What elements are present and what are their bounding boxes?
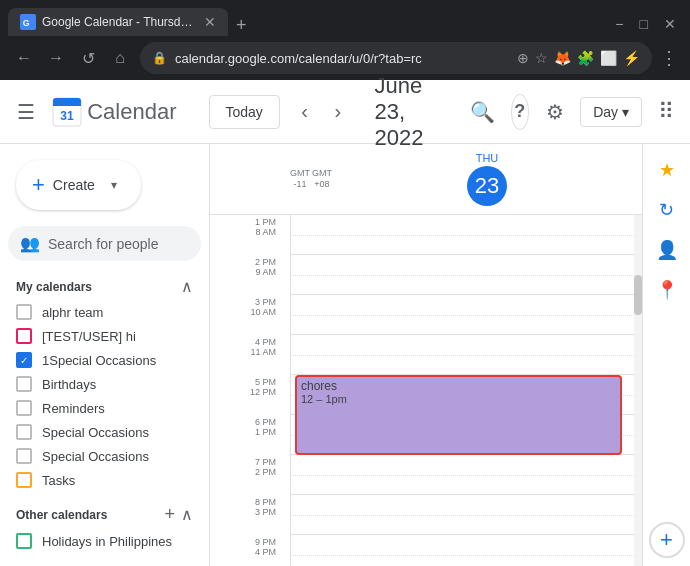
time-slot: 6 PM 1 PM bbox=[210, 415, 290, 455]
calendar-label: alphr team bbox=[42, 305, 103, 320]
my-calendars-toggle[interactable]: ∧ bbox=[181, 277, 193, 296]
calendar-checkbox[interactable]: ✓ bbox=[16, 352, 32, 368]
hour-line bbox=[291, 495, 634, 535]
window-close-button[interactable]: ✕ bbox=[658, 16, 682, 32]
calendar-item[interactable]: Special Occasions bbox=[0, 444, 209, 468]
calendar-item[interactable]: Reminders bbox=[0, 396, 209, 420]
tasks-icon[interactable]: ↻ bbox=[649, 192, 685, 228]
logo: 31 Calendar bbox=[51, 96, 176, 128]
time-slot: 3 PM 10 AM bbox=[210, 295, 290, 335]
event-time: 12 – 1pm bbox=[301, 393, 616, 405]
scrollbar-track[interactable] bbox=[634, 215, 642, 566]
browser-chrome: G Google Calendar - Thursday, Jun... ✕ +… bbox=[0, 0, 690, 80]
today-button[interactable]: Today bbox=[209, 95, 280, 129]
hour-line bbox=[291, 215, 634, 255]
other-calendars-header: Other calendars + ∧ bbox=[0, 492, 209, 529]
gmt-label-1: GMT-11 bbox=[290, 168, 310, 190]
day-column-header: THU 23 bbox=[332, 152, 642, 206]
other-calendar-item[interactable]: Holidays in Philippines bbox=[0, 529, 209, 553]
reload-button[interactable]: ↺ bbox=[76, 46, 100, 70]
calendar-label: Reminders bbox=[42, 401, 105, 416]
calendar-label: [TEST/USER] hi bbox=[42, 329, 136, 344]
maps-icon[interactable]: 📍 bbox=[649, 272, 685, 308]
my-calendars-title: My calendars bbox=[16, 280, 92, 294]
browser-menu-button[interactable]: ⋮ bbox=[660, 47, 678, 69]
home-button[interactable]: ⌂ bbox=[108, 46, 132, 70]
forward-button[interactable]: → bbox=[44, 46, 68, 70]
add-panel-button[interactable]: + bbox=[649, 522, 685, 558]
time-slot: 2 PM 9 AM bbox=[210, 255, 290, 295]
scrollbar-thumb[interactable] bbox=[634, 275, 642, 315]
extension-icon2[interactable]: 🧩 bbox=[577, 50, 594, 66]
calendar-checkbox[interactable] bbox=[16, 376, 32, 392]
sidebar: + Create ▾ 👥 Search for people My calend… bbox=[0, 144, 210, 566]
create-label: Create bbox=[53, 177, 95, 193]
bookmark-icon[interactable]: ☆ bbox=[535, 50, 548, 66]
settings-button[interactable]: ⚙ bbox=[545, 92, 564, 132]
calendar-item[interactable]: Special Occasions bbox=[0, 420, 209, 444]
extension-icon4[interactable]: ⚡ bbox=[623, 50, 640, 66]
apps-grid-button[interactable]: ⠿ bbox=[658, 99, 674, 125]
calendar-item[interactable]: ✓1Special Occasions bbox=[0, 348, 209, 372]
day-col: THU 23 bbox=[332, 152, 642, 206]
sidebar-footer: Terms – Privacy bbox=[0, 553, 209, 566]
search-button[interactable]: 🔍 bbox=[470, 92, 495, 132]
other-calendars-toggle[interactable]: ∧ bbox=[181, 505, 193, 524]
calendar-checkbox[interactable] bbox=[16, 448, 32, 464]
time-grid: 1 PM 8 AM 2 PM 9 AM 3 PM 10 AM 4 PM 11 A… bbox=[210, 215, 642, 566]
hamburger-button[interactable]: ☰ bbox=[16, 92, 35, 132]
search-people-icon: 👥 bbox=[20, 234, 40, 253]
address-bar: ← → ↺ ⌂ 🔒 calendar.google.com/calendar/u… bbox=[0, 36, 690, 80]
cast-icon[interactable]: ⊕ bbox=[517, 50, 529, 66]
calendar-event[interactable]: chores 12 – 1pm bbox=[295, 375, 622, 455]
day-column[interactable]: chores 12 – 1pm bbox=[290, 215, 634, 566]
view-label: Day bbox=[593, 104, 618, 120]
topbar: ☰ 31 Calendar Today ‹ › June 23, 2022 🔍 … bbox=[0, 80, 690, 144]
new-tab-button[interactable]: + bbox=[228, 15, 255, 36]
time-slot: 5 PM 12 PM bbox=[210, 375, 290, 415]
maximize-button[interactable]: □ bbox=[634, 16, 654, 32]
active-tab[interactable]: G Google Calendar - Thursday, Jun... ✕ bbox=[8, 8, 228, 36]
other-calendar-checkbox[interactable] bbox=[16, 533, 32, 549]
search-people-field[interactable]: 👥 Search for people bbox=[8, 226, 201, 261]
logo-icon: 31 bbox=[51, 96, 83, 128]
calendar-label: Special Occasions bbox=[42, 425, 149, 440]
create-button[interactable]: + Create ▾ bbox=[16, 160, 141, 210]
contacts-icon[interactable]: 👤 bbox=[649, 232, 685, 268]
time-slot: 1 PM 8 AM bbox=[210, 215, 290, 255]
add-other-calendar-button[interactable]: + bbox=[164, 504, 175, 525]
hour-line bbox=[291, 535, 634, 566]
security-icon: 🔒 bbox=[152, 51, 167, 65]
calendar-checkbox[interactable] bbox=[16, 472, 32, 488]
tab-close-button[interactable]: ✕ bbox=[204, 14, 216, 30]
prev-period-button[interactable]: ‹ bbox=[296, 94, 313, 130]
main-content: + Create ▾ 👥 Search for people My calend… bbox=[0, 144, 690, 566]
keep-icon[interactable]: ★ bbox=[649, 152, 685, 188]
calendar-item[interactable]: Birthdays bbox=[0, 372, 209, 396]
time-slot: 8 PM 3 PM bbox=[210, 495, 290, 535]
calendar-label: 1Special Occasions bbox=[42, 353, 156, 368]
minimize-button[interactable]: − bbox=[609, 16, 629, 32]
calendar-item[interactable]: Tasks bbox=[0, 468, 209, 492]
extension-icon3[interactable]: ⬜ bbox=[600, 50, 617, 66]
calendar-label: Tasks bbox=[42, 473, 75, 488]
hour-line bbox=[291, 295, 634, 335]
calendar-item[interactable]: [TEST/USER] hi bbox=[0, 324, 209, 348]
help-button[interactable]: ? bbox=[511, 94, 529, 130]
svg-text:G: G bbox=[23, 18, 30, 28]
url-text: calendar.google.com/calendar/u/0/r?tab=r… bbox=[175, 51, 509, 66]
calendar-checkbox[interactable] bbox=[16, 304, 32, 320]
next-period-button[interactable]: › bbox=[329, 94, 346, 130]
extension-icon1[interactable]: 🦊 bbox=[554, 50, 571, 66]
calendar-item[interactable]: alphr team bbox=[0, 300, 209, 324]
calendar-checkbox[interactable] bbox=[16, 328, 32, 344]
create-plus-icon: + bbox=[32, 172, 45, 198]
my-calendars-list: alphr team[TEST/USER] hi✓1Special Occasi… bbox=[0, 300, 209, 492]
view-selector[interactable]: Day ▾ bbox=[580, 97, 642, 127]
my-calendars-header: My calendars ∧ bbox=[0, 265, 209, 300]
back-button[interactable]: ← bbox=[12, 46, 36, 70]
calendar-checkbox[interactable] bbox=[16, 424, 32, 440]
calendar-label: Special Occasions bbox=[42, 449, 149, 464]
url-bar[interactable]: 🔒 calendar.google.com/calendar/u/0/r?tab… bbox=[140, 42, 652, 74]
calendar-checkbox[interactable] bbox=[16, 400, 32, 416]
